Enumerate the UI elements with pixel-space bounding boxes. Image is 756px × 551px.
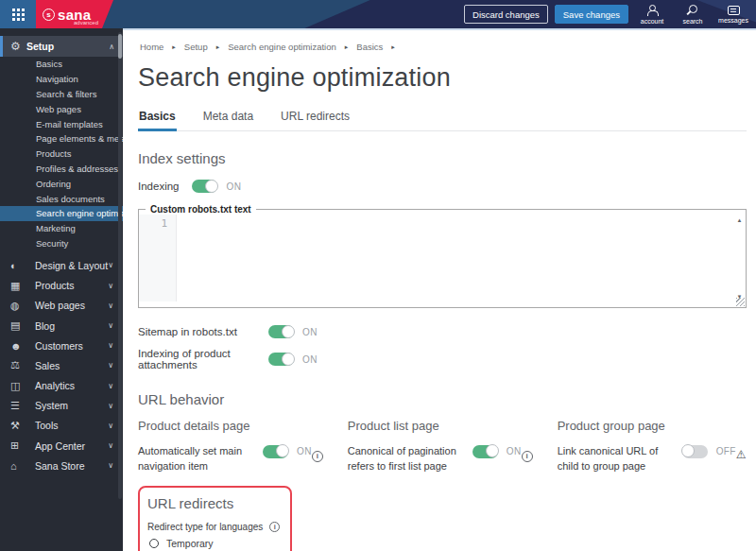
sidebar-item[interactable]: Marketing xyxy=(0,221,123,236)
radio-option-label: Temporary xyxy=(166,538,214,549)
app-window: s sana advanced Discard changes Save cha… xyxy=(0,0,756,551)
sidebar-item[interactable]: Sales documents xyxy=(0,191,123,206)
products-grid-icon: ▦ xyxy=(10,280,26,292)
sidebar-item[interactable]: Search & filters xyxy=(0,87,123,102)
chevron-down-icon: ∨ xyxy=(108,301,113,310)
setting-toggle[interactable] xyxy=(682,445,708,458)
tab[interactable]: Meta data xyxy=(202,110,254,130)
sidebar-item[interactable]: Navigation xyxy=(0,72,123,87)
setting-label: Canonical of pagination refers to first … xyxy=(348,444,469,474)
sidebar-item[interactable]: Search engine optimization xyxy=(0,206,123,221)
sidebar-section-label: Web pages xyxy=(35,300,85,311)
scroll-up-icon[interactable]: ▲ xyxy=(737,217,743,223)
sidebar-item-label: Products xyxy=(36,148,72,159)
sidebar-item[interactable]: Basics xyxy=(0,57,123,72)
sidebar-section-setup[interactable]: ⚙ Setup ∧ xyxy=(0,36,123,57)
sidebar-section[interactable]: ⊞ App Center ∨ xyxy=(0,436,123,456)
sidebar-section-label: Sales xyxy=(35,360,60,371)
resize-grip[interactable] xyxy=(736,298,745,306)
discard-changes-button[interactable]: Discard changes xyxy=(464,5,548,24)
sidebar-item-label: Page elements & messages xyxy=(36,133,123,144)
sidebar-section[interactable]: ☻ Customers ∨ xyxy=(0,336,123,355)
sidebar-item[interactable]: Page elements & messages xyxy=(0,131,123,146)
sitemap-toggle[interactable] xyxy=(268,325,294,338)
sidebar-item-label: Ordering xyxy=(36,179,71,189)
sidebar-item-label: Basics xyxy=(36,59,62,69)
sidebar-item-label: Marketing xyxy=(36,223,76,233)
info-icon[interactable]: i xyxy=(312,451,323,462)
chevron-down-icon: ∨ xyxy=(108,321,113,330)
url-behavior-column: Product details page Automatically set m… xyxy=(138,419,348,474)
breadcrumb-link[interactable]: Basics xyxy=(356,42,383,52)
cart-icon: ⚖ xyxy=(10,359,26,371)
radio-option[interactable]: Temporary xyxy=(147,538,281,549)
sidebar-item[interactable]: Profiles & addresses xyxy=(0,162,123,177)
url-redirects-heading: URL redirects xyxy=(147,495,281,511)
sidebar-item-label: Search engine optimization xyxy=(36,208,123,218)
tab[interactable]: URL redirects xyxy=(280,110,351,130)
indexing-toggle[interactable] xyxy=(192,180,217,193)
sidebar-item[interactable]: Ordering xyxy=(0,176,123,191)
chevron-up-icon: ∧ xyxy=(109,43,114,51)
customers-icon: ☻ xyxy=(10,340,26,352)
sitemap-state: ON xyxy=(302,327,318,337)
breadcrumb-link[interactable]: Setup xyxy=(184,42,208,52)
sidebar-item[interactable]: Products xyxy=(0,146,123,162)
attachments-toggle[interactable] xyxy=(268,353,294,366)
brand-tagline: advanced xyxy=(74,20,98,26)
sidebar-scrollbar-thumb[interactable] xyxy=(118,34,122,59)
editor-scrollbar[interactable]: ▲ ▼ xyxy=(733,215,746,301)
search-icon xyxy=(687,5,698,16)
sidebar-item-label: Profiles & addresses xyxy=(36,164,118,174)
tab-bar: Basics Meta data URL redirects xyxy=(138,110,747,131)
breadcrumb-separator-icon: ▸ xyxy=(172,43,176,51)
sidebar-section[interactable]: ◐ Design & Layout ∨ xyxy=(0,255,123,275)
account-button[interactable]: account xyxy=(635,5,669,25)
sidebar-section[interactable]: ▦ Products ∨ xyxy=(0,276,123,296)
setting-state: ON xyxy=(297,446,312,456)
search-button[interactable]: search xyxy=(676,5,710,25)
sidebar-item[interactable]: Security xyxy=(0,236,123,251)
breadcrumb-link[interactable]: Search engine optimization xyxy=(228,42,336,52)
column-heading: Product group page xyxy=(558,419,756,433)
app-launcher-button[interactable] xyxy=(0,0,36,28)
radio-button-icon[interactable] xyxy=(149,539,159,548)
tab[interactable]: Basics xyxy=(138,110,177,130)
sidebar-item-label: Search & filters xyxy=(36,89,96,99)
sidebar-section-label: Setup xyxy=(26,41,54,52)
save-changes-button[interactable]: Save changes xyxy=(555,5,628,24)
sidebar-section[interactable]: ▤ Blog ∨ xyxy=(0,316,123,336)
sidebar-section[interactable]: ⚒ Tools ∨ xyxy=(0,416,123,436)
sidebar-section-label: System xyxy=(35,400,68,411)
sidebar-section[interactable]: ⌂ Sana Store ∨ xyxy=(0,456,123,475)
sidebar-section[interactable]: ⚖ Sales ∨ xyxy=(0,355,123,375)
chevron-down-icon: ∨ xyxy=(108,461,113,470)
sidebar-item[interactable]: E-mail templates xyxy=(0,116,123,131)
redirect-type-options: Temporary Permanent xyxy=(147,538,281,551)
app-center-icon: ⊞ xyxy=(10,439,26,452)
sidebar-item[interactable]: Web pages xyxy=(0,101,123,116)
breadcrumb-link[interactable]: Home xyxy=(140,42,163,52)
sidebar-section-label: Analytics xyxy=(35,380,75,391)
tools-icon: ⚒ xyxy=(10,420,26,432)
warning-icon[interactable]: ⚠ xyxy=(736,448,747,461)
url-behavior-column: Product group page Link canonical URL of… xyxy=(558,419,756,474)
info-icon[interactable]: i xyxy=(522,451,533,462)
account-label: account xyxy=(641,18,664,25)
tab-label: Meta data xyxy=(203,110,253,123)
line-number-gutter: 1 xyxy=(139,215,177,301)
column-heading: Product list page xyxy=(348,419,546,433)
sidebar-section[interactable]: ◫ Analytics ∨ xyxy=(0,375,123,395)
globe-icon: ◍ xyxy=(10,300,26,312)
robots-text-editor[interactable] xyxy=(177,215,733,301)
setting-toggle[interactable] xyxy=(472,445,498,458)
info-icon[interactable]: i xyxy=(269,522,280,532)
sidebar-item-label: Security xyxy=(36,238,68,249)
attachments-setting-row: Indexing of product attachments ON xyxy=(138,348,747,370)
sidebar-section[interactable]: ☰ System ∨ xyxy=(0,396,123,416)
setting-toggle[interactable] xyxy=(263,445,288,458)
sidebar-section[interactable]: ◍ Web pages ∨ xyxy=(0,296,123,316)
sidebar-scrollbar[interactable] xyxy=(118,32,122,499)
tab-label: Basics xyxy=(139,110,176,123)
messages-button[interactable]: messages xyxy=(716,5,750,25)
